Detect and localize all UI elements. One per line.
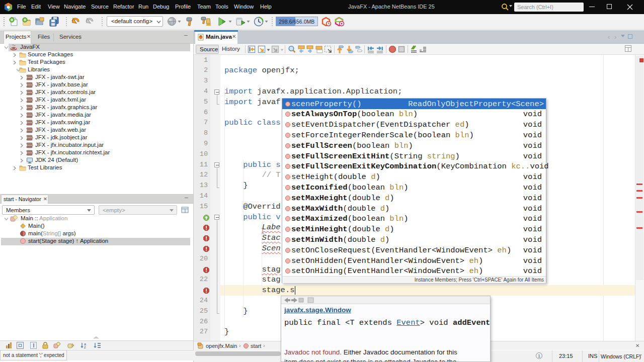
svg-text:z: z: [84, 345, 86, 349]
